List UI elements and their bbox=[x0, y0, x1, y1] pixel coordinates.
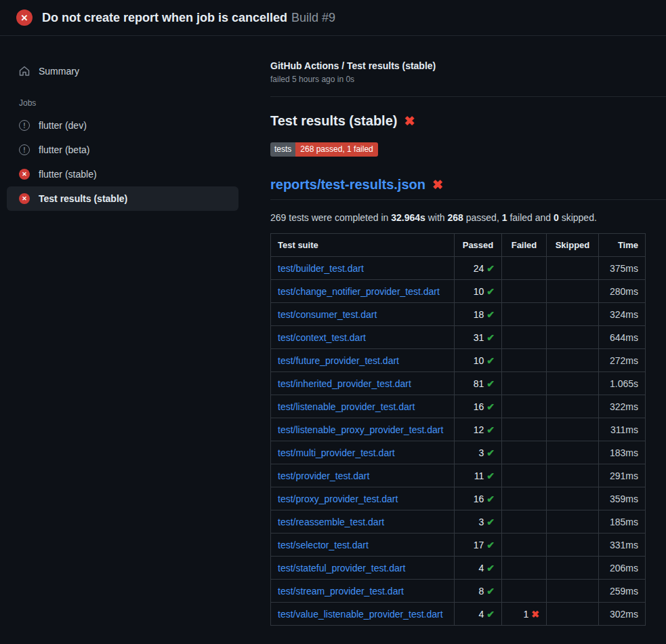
failed-status-icon: ✕ bbox=[16, 9, 33, 26]
summary-line: 269 tests were completed in 32.964s with… bbox=[270, 212, 645, 223]
sidebar-item-flutter-dev[interactable]: ! flutter (dev) bbox=[7, 113, 238, 138]
passed-cell: 17✔ bbox=[455, 534, 502, 557]
test-suite-link[interactable]: test/future_provider_test.dart bbox=[278, 355, 399, 366]
skipped-cell bbox=[547, 418, 599, 441]
test-suite-link[interactable]: test/reassemble_test.dart bbox=[278, 517, 384, 527]
sidebar-item-flutter-stable[interactable]: ✕ flutter (stable) bbox=[7, 162, 238, 186]
sidebar-summary-label: Summary bbox=[39, 66, 79, 77]
passed-cell: 3✔ bbox=[455, 441, 502, 464]
check-icon: ✔ bbox=[486, 286, 495, 297]
report-link[interactable]: reports/test-results.json bbox=[270, 177, 425, 193]
section-heading: Test results (stable) ✖ bbox=[270, 113, 645, 129]
test-suite-link[interactable]: test/proxy_provider_test.dart bbox=[278, 494, 398, 504]
time-cell: 331ms bbox=[599, 534, 646, 557]
table-row: test/future_provider_test.dart10✔272ms bbox=[271, 349, 646, 372]
time-cell: 183ms bbox=[599, 441, 646, 464]
table-row: test/selector_test.dart17✔331ms bbox=[271, 534, 646, 557]
check-icon: ✔ bbox=[486, 517, 495, 527]
test-suite-cell: test/consumer_test.dart bbox=[271, 303, 455, 326]
skipped-cell bbox=[547, 603, 599, 626]
test-suite-link[interactable]: test/value_listenable_provider_test.dart bbox=[278, 609, 443, 620]
test-table-body: test/builder_test.dart24✔375mstest/chang… bbox=[271, 257, 646, 626]
check-icon: ✔ bbox=[486, 309, 495, 320]
count-value: 4 bbox=[478, 563, 484, 573]
test-suite-link[interactable]: test/context_test.dart bbox=[278, 332, 366, 343]
test-suite-link[interactable]: test/builder_test.dart bbox=[278, 263, 364, 274]
summary-text: skipped. bbox=[559, 212, 597, 223]
passed-cell: 10✔ bbox=[455, 349, 502, 372]
time-cell: 324ms bbox=[599, 303, 646, 326]
count-value: 16 bbox=[474, 401, 484, 412]
column-header-time: Time bbox=[599, 234, 646, 257]
count-value: 17 bbox=[474, 540, 484, 550]
badge-value: 268 passed, 1 failed bbox=[295, 142, 377, 157]
test-suite-link[interactable]: test/inherited_provider_test.dart bbox=[278, 378, 411, 389]
column-header-test-suite: Test suite bbox=[271, 234, 455, 257]
table-row: test/listenable_provider_test.dart16✔322… bbox=[271, 395, 646, 418]
failed-cell bbox=[502, 280, 547, 303]
passed-cell: 24✔ bbox=[455, 257, 502, 280]
x-icon: ✖ bbox=[531, 609, 539, 620]
check-icon: ✔ bbox=[486, 447, 495, 458]
time-cell: 185ms bbox=[599, 510, 646, 534]
jobs-section-label: Jobs bbox=[7, 83, 238, 113]
skipped-cell bbox=[547, 534, 599, 557]
test-suite-cell: test/multi_provider_test.dart bbox=[271, 441, 455, 464]
sidebar-item-summary[interactable]: Summary bbox=[7, 59, 238, 83]
check-icon: ✔ bbox=[486, 332, 495, 343]
column-header-passed: Passed bbox=[455, 234, 502, 257]
skipped-cell bbox=[547, 349, 599, 372]
test-suite-link[interactable]: test/listenable_proxy_provider_test.dart bbox=[278, 424, 443, 435]
test-suite-cell: test/reassemble_test.dart bbox=[271, 510, 455, 534]
test-suite-cell: test/future_provider_test.dart bbox=[271, 349, 455, 372]
table-row: test/change_notifier_provider_test.dart1… bbox=[271, 280, 646, 303]
test-suite-link[interactable]: test/selector_test.dart bbox=[278, 540, 369, 550]
failed-cell bbox=[502, 534, 547, 557]
table-row: test/builder_test.dart24✔375ms bbox=[271, 257, 646, 280]
failed-cell bbox=[502, 557, 547, 580]
count-value: 81 bbox=[474, 378, 484, 389]
check-icon: ✔ bbox=[486, 470, 495, 481]
breadcrumb: GitHub Actions / Test results (stable) bbox=[270, 60, 645, 71]
test-suite-link[interactable]: test/multi_provider_test.dart bbox=[278, 447, 395, 458]
passed-cell: 10✔ bbox=[455, 280, 502, 303]
skipped-cell bbox=[547, 395, 599, 418]
test-suite-cell: test/builder_test.dart bbox=[271, 257, 455, 280]
time-cell: 322ms bbox=[599, 395, 646, 418]
check-icon: ✔ bbox=[486, 355, 495, 366]
time-cell: 206ms bbox=[599, 557, 646, 580]
job-label: Test results (stable) bbox=[39, 193, 127, 204]
test-suite-link[interactable]: test/stream_provider_test.dart bbox=[278, 586, 404, 597]
test-suite-link[interactable]: test/change_notifier_provider_test.dart bbox=[278, 286, 440, 297]
job-label: flutter (beta) bbox=[39, 144, 89, 155]
summary-failed-count: 1 bbox=[502, 212, 507, 223]
check-icon: ✔ bbox=[486, 378, 495, 389]
time-cell: 311ms bbox=[599, 418, 646, 441]
passed-cell: 4✔ bbox=[455, 603, 502, 626]
skipped-cell bbox=[547, 557, 599, 580]
test-suite-cell: test/value_listenable_provider_test.dart bbox=[271, 603, 455, 626]
sidebar-item-flutter-beta[interactable]: ! flutter (beta) bbox=[7, 138, 238, 162]
passed-cell: 3✔ bbox=[455, 510, 502, 534]
neutral-status-icon: ! bbox=[19, 144, 30, 155]
tests-badge: tests 268 passed, 1 failed bbox=[270, 142, 378, 157]
test-suite-cell: test/listenable_provider_test.dart bbox=[271, 395, 455, 418]
table-row: test/context_test.dart31✔644ms bbox=[271, 326, 646, 349]
passed-cell: 8✔ bbox=[455, 580, 502, 603]
test-suite-link[interactable]: test/consumer_test.dart bbox=[278, 309, 377, 320]
test-suite-link[interactable]: test/stateful_provider_test.dart bbox=[278, 563, 405, 573]
count-value: 18 bbox=[474, 309, 484, 320]
skipped-cell bbox=[547, 441, 599, 464]
passed-cell: 4✔ bbox=[455, 557, 502, 580]
passed-cell: 18✔ bbox=[455, 303, 502, 326]
run-header: ✕ Do not create report when job is cance… bbox=[0, 0, 666, 36]
sidebar-item-test-results-stable[interactable]: ✕ Test results (stable) bbox=[7, 186, 238, 211]
failed-cell bbox=[502, 303, 547, 326]
failed-cell bbox=[502, 372, 547, 395]
count-value: 3 bbox=[478, 447, 484, 458]
passed-cell: 16✔ bbox=[455, 487, 502, 510]
count-value: 10 bbox=[474, 286, 484, 297]
skipped-cell bbox=[547, 280, 599, 303]
test-suite-link[interactable]: test/listenable_provider_test.dart bbox=[278, 401, 415, 412]
test-suite-link[interactable]: test/provider_test.dart bbox=[278, 470, 369, 481]
